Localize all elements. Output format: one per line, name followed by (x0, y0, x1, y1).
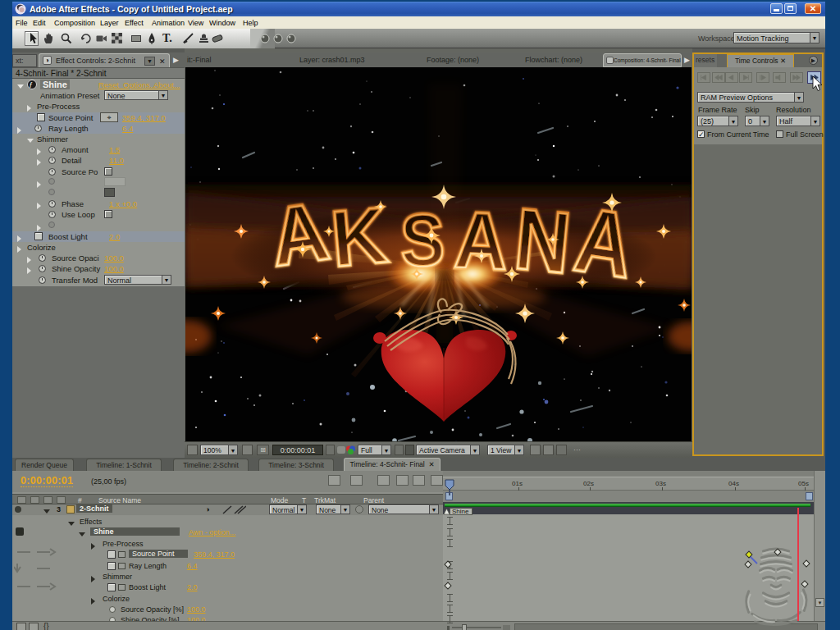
svg-text:N: N (511, 190, 575, 292)
svg-text:S: S (399, 198, 446, 281)
svg-text:A: A (453, 194, 510, 286)
